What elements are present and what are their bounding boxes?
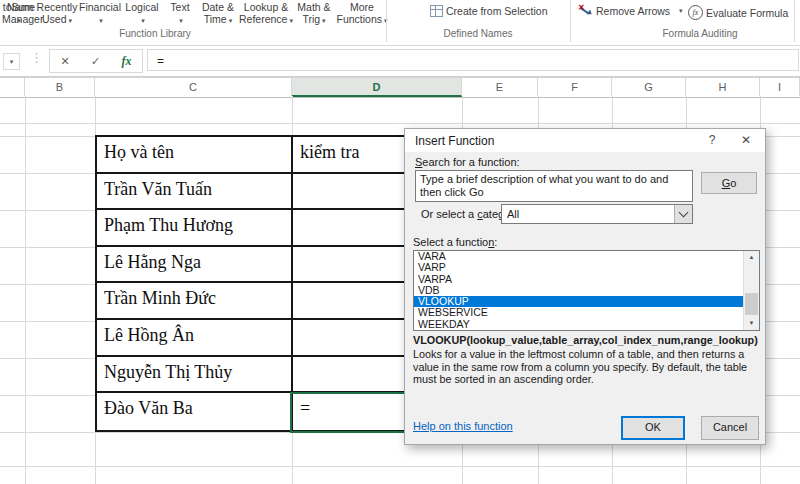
- table-cell[interactable]: Đào Văn Ba: [97, 393, 293, 430]
- dialog-close-icon[interactable]: ✕: [737, 133, 755, 147]
- formula-buttons: ✕ ✓ fx: [49, 49, 143, 73]
- ribbon-button-remove-arrows[interactable]: ✕ Remove Arrows ▾: [579, 5, 683, 17]
- insert-function-icon[interactable]: fx: [121, 54, 131, 69]
- dialog-title: Insert Function: [415, 134, 494, 148]
- formula-bar: ▾ ⋮ ✕ ✓ fx =: [0, 46, 800, 77]
- ribbon-button-logical[interactable]: Logical ▾: [122, 0, 162, 27]
- dropdown-arrow-icon: ▾: [99, 17, 103, 24]
- listbox-scrollbar[interactable]: ▲ ▼: [743, 251, 759, 330]
- dialog-titlebar[interactable]: Insert Function ? ✕: [405, 129, 765, 152]
- ribbon-separator: [570, 0, 571, 42]
- column-header-f[interactable]: F: [538, 78, 612, 96]
- ribbon-button-evaluate-formula[interactable]: fx Evaluate Formula: [688, 5, 788, 20]
- column-header-b[interactable]: B: [25, 78, 95, 96]
- category-selected-value: All: [507, 208, 519, 220]
- ribbon-button-create-from-selection[interactable]: Create from Selection: [430, 5, 548, 17]
- search-function-label: Search for a function:: [415, 156, 520, 168]
- category-select[interactable]: All: [501, 204, 693, 224]
- dropdown-arrow-icon: ▾: [179, 17, 183, 24]
- table-cell[interactable]: Lê Hồng Ân: [97, 320, 293, 357]
- dropdown-arrow-icon: ▾: [141, 17, 145, 24]
- scroll-up-icon[interactable]: ▲: [744, 251, 759, 264]
- function-list-item[interactable]: VARPA: [414, 274, 759, 285]
- ribbon-group-function-library: toSum ▾ Recently Used▾ Financial ▾ Logic…: [0, 0, 390, 27]
- ribbon: toSum ▾ Recently Used▾ Financial ▾ Logic…: [0, 0, 800, 46]
- cancel-button[interactable]: Cancel: [701, 416, 759, 440]
- remove-arrows-icon: ✕: [579, 5, 593, 17]
- function-list-item[interactable]: VARP: [414, 262, 759, 273]
- select-function-label: Select a function:: [413, 236, 497, 248]
- evaluate-formula-icon: fx: [688, 5, 703, 20]
- function-description: Looks for a value in the leftmost column…: [413, 348, 759, 386]
- enter-entry-icon[interactable]: ✓: [91, 55, 100, 68]
- ribbon-separator: [794, 0, 795, 42]
- column-header-d[interactable]: D: [292, 78, 462, 97]
- column-header-g[interactable]: G: [612, 78, 686, 96]
- dialog-help-icon[interactable]: ?: [703, 133, 721, 147]
- ribbon-separator: [386, 0, 387, 42]
- scrollbar-thumb[interactable]: [745, 293, 758, 315]
- cancel-entry-icon[interactable]: ✕: [61, 55, 70, 68]
- group-label-defined-names: Defined Names: [388, 28, 568, 39]
- group-label-formula-auditing: Formula Auditing: [600, 28, 800, 39]
- table-cell[interactable]: Nguyễn Thị Thủy: [97, 357, 293, 394]
- ribbon-button-financial[interactable]: Financial ▾: [78, 0, 122, 27]
- dropdown-arrow-icon: ▾: [679, 7, 683, 15]
- dropdown-arrow-icon: ▾: [69, 17, 73, 24]
- scroll-down-icon[interactable]: ▼: [744, 317, 759, 330]
- insert-function-dialog: Insert Function ? ✕ Search for a functio…: [404, 128, 766, 445]
- group-label-function-library: Function Library: [55, 28, 255, 39]
- column-header-c[interactable]: C: [95, 78, 292, 96]
- ribbon-button-date-time[interactable]: Date & Time▾: [198, 0, 238, 27]
- chevron-down-icon: [679, 208, 689, 218]
- function-listbox: VARA VARP VARPA VDB VLOOKUP WEBSERVICE W…: [413, 250, 760, 331]
- ribbon-button-lookup-reference[interactable]: Lookup & Reference▾: [238, 0, 294, 27]
- dropdown-arrow-icon: ▾: [229, 17, 233, 24]
- ribbon-button-text[interactable]: Text ▾: [162, 0, 198, 27]
- table-cell[interactable]: Lê Hằng Nga: [97, 247, 293, 284]
- ok-button[interactable]: OK: [621, 416, 685, 440]
- table-cell[interactable]: Trần Văn Tuấn: [97, 174, 293, 211]
- ribbon-button-name-manager[interactable]: Name Manager: [2, 1, 40, 25]
- go-button[interactable]: Go: [701, 172, 757, 194]
- table-cell[interactable]: Phạm Thu Hương: [97, 210, 293, 247]
- formula-bar-grip: ⋮: [30, 50, 43, 65]
- function-list-item[interactable]: VARA: [414, 251, 759, 262]
- function-signature: VLOOKUP(lookup_value,table_array,col_ind…: [413, 334, 758, 346]
- table-cell[interactable]: Trần Minh Đức: [97, 283, 293, 320]
- ribbon-button-math-trig[interactable]: Math & Trig▾: [294, 0, 334, 27]
- excel-window: toSum ▾ Recently Used▾ Financial ▾ Logic…: [0, 0, 800, 484]
- category-dropdown-button[interactable]: [674, 205, 692, 223]
- column-header-partial[interactable]: [0, 78, 25, 96]
- dropdown-arrow-icon: ▾: [322, 17, 326, 24]
- help-on-function-link[interactable]: Help on this function: [413, 420, 513, 432]
- formula-input[interactable]: =: [147, 49, 799, 71]
- column-headers: B C D E F G H I: [0, 77, 800, 98]
- ribbon-button-more-functions[interactable]: More Functions▾: [334, 0, 390, 27]
- column-header-e[interactable]: E: [462, 78, 538, 96]
- table-cell[interactable]: Họ và tên: [97, 137, 293, 174]
- column-header-i[interactable]: I: [760, 78, 800, 96]
- dropdown-arrow-icon: ▾: [289, 17, 293, 24]
- function-list-item[interactable]: WEEKDAY: [414, 319, 759, 330]
- search-function-input[interactable]: Type a brief description of what you wan…: [415, 170, 693, 202]
- column-header-h[interactable]: H: [686, 78, 760, 96]
- create-from-selection-icon: [430, 5, 443, 17]
- name-box-dropdown[interactable]: ▾: [3, 53, 20, 70]
